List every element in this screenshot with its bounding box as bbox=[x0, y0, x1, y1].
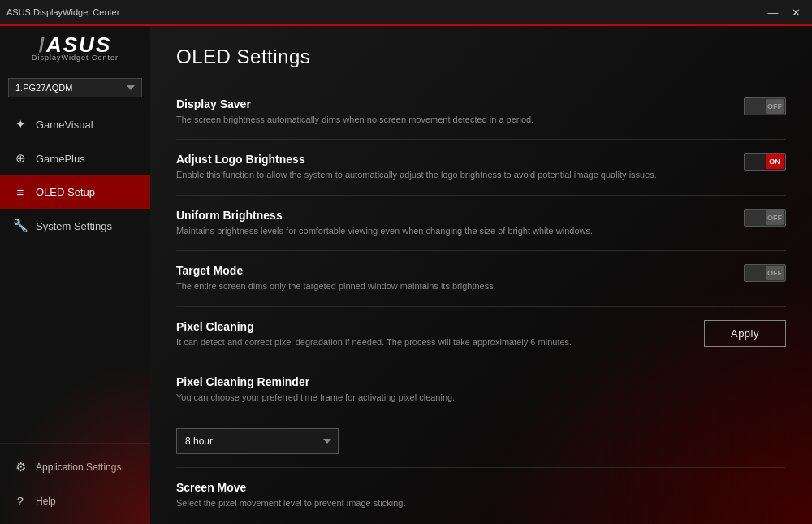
setting-screen-move: Screen Move Select the pixel movement le… bbox=[176, 468, 786, 524]
sidebar-item-gamevisual[interactable]: ✦ GameVisual bbox=[0, 107, 150, 141]
setting-uniform-brightness: Uniform Brightness Maintains brightness … bbox=[176, 196, 786, 251]
setting-desc-target: The entire screen dims only the targeted… bbox=[176, 280, 728, 292]
setting-control-display-saver: OFF bbox=[744, 97, 786, 115]
setting-info-adjust-logo: Adjust Logo Brightness Enable this funct… bbox=[176, 153, 728, 181]
setting-target-mode: Target Mode The entire screen dims only … bbox=[176, 251, 786, 306]
setting-adjust-logo-brightness: Adjust Logo Brightness Enable this funct… bbox=[176, 140, 786, 195]
setting-info-reminder: Pixel Cleaning Reminder You can choose y… bbox=[176, 375, 455, 404]
title-bar-controls: — ✕ bbox=[763, 4, 806, 20]
pixel-cleaning-reminder-dropdown[interactable]: 8 hour 12 hour 24 hour Off bbox=[176, 428, 339, 454]
setting-desc-adjust-logo: Enable this function to allow the system… bbox=[176, 169, 728, 181]
setting-control-adjust-logo: ON bbox=[744, 153, 786, 171]
setting-label-uniform: Uniform Brightness bbox=[176, 209, 728, 222]
sidebar-item-label-help: Help bbox=[36, 496, 56, 507]
sidebar-item-system-settings[interactable]: 🔧 System Settings bbox=[0, 209, 150, 243]
title-bar-left: ASUS DisplayWidget Center bbox=[6, 7, 119, 17]
toggle-thumb-on-adjust-logo: ON bbox=[766, 154, 784, 169]
setting-control-uniform: OFF bbox=[744, 209, 786, 227]
setting-label-adjust-logo: Adjust Logo Brightness bbox=[176, 153, 728, 166]
setting-info-screen-move: Screen Move Select the pixel movement le… bbox=[176, 481, 405, 509]
toggle-thumb-off-target: OFF bbox=[766, 266, 784, 280]
nav-items: ✦ GameVisual ⊕ GamePlus ≡ OLED Setup 🔧 S… bbox=[0, 107, 150, 443]
setting-desc-screen-move: Select the pixel movement level to preve… bbox=[176, 497, 405, 509]
sidebar-item-label-app-settings: Application Settings bbox=[36, 461, 121, 473]
setting-desc-uniform: Maintains brightness levels for comforta… bbox=[176, 225, 728, 237]
toggle-track-target: OFF bbox=[744, 264, 786, 282]
sidebar-item-app-settings[interactable]: ⚙ Application Settings bbox=[0, 450, 150, 484]
gamevisual-icon: ✦ bbox=[13, 117, 28, 132]
help-icon: ? bbox=[13, 494, 28, 508]
sidebar-item-label-gameplus: GamePlus bbox=[36, 153, 85, 165]
gameplus-icon: ⊕ bbox=[13, 151, 28, 166]
toggle-track-display-saver: OFF bbox=[744, 97, 786, 115]
setting-desc-display-saver: The screen brightness automatically dims… bbox=[176, 114, 728, 126]
setting-control-pixel-cleaning: Apply bbox=[704, 320, 786, 347]
setting-info-target: Target Mode The entire screen dims only … bbox=[176, 264, 728, 292]
setting-label-pixel-cleaning: Pixel Cleaning bbox=[176, 320, 688, 333]
monitor-selector[interactable]: 1.PG27AQDM bbox=[8, 78, 142, 97]
sidebar-item-oled-setup[interactable]: ≡ OLED Setup bbox=[0, 175, 150, 209]
sidebar-item-help[interactable]: ? Help bbox=[0, 484, 150, 518]
asus-logo: /ASUS bbox=[0, 34, 150, 55]
app-title: ASUS DisplayWidget Center bbox=[6, 7, 119, 17]
system-settings-icon: 🔧 bbox=[13, 219, 28, 233]
sidebar-item-gameplus[interactable]: ⊕ GamePlus bbox=[0, 141, 150, 175]
sidebar-item-label-system: System Settings bbox=[36, 220, 112, 232]
setting-desc-pixel-cleaning: It can detect and correct pixel degradat… bbox=[176, 336, 688, 349]
sidebar-item-label-gamevisual: GameVisual bbox=[36, 119, 93, 131]
setting-desc-reminder: You can choose your preferred time frame… bbox=[176, 392, 455, 404]
setting-label-screen-move: Screen Move bbox=[176, 481, 405, 494]
setting-pixel-cleaning-reminder: Pixel Cleaning Reminder You can choose y… bbox=[176, 362, 786, 468]
toggle-uniform[interactable]: OFF bbox=[744, 209, 786, 227]
minimize-button[interactable]: — bbox=[763, 4, 783, 20]
title-bar: ASUS DisplayWidget Center — ✕ bbox=[0, 0, 812, 26]
brand-subtitle: DisplayWidget Center bbox=[0, 54, 150, 62]
apply-button[interactable]: Apply bbox=[704, 320, 786, 347]
toggle-thumb-off-display-saver: OFF bbox=[766, 99, 784, 114]
toggle-track-adjust-logo: ON bbox=[744, 153, 786, 171]
setting-control-target: OFF bbox=[744, 264, 786, 282]
toggle-adjust-logo[interactable]: ON bbox=[744, 153, 786, 171]
main-content: OLED Settings Display Saver The screen b… bbox=[150, 26, 812, 524]
setting-label-reminder: Pixel Cleaning Reminder bbox=[176, 375, 455, 388]
app-settings-icon: ⚙ bbox=[13, 460, 28, 474]
setting-label-target: Target Mode bbox=[176, 264, 728, 277]
toggle-track-uniform: OFF bbox=[744, 209, 786, 227]
toggle-target[interactable]: OFF bbox=[744, 264, 786, 282]
toggle-display-saver[interactable]: OFF bbox=[744, 97, 786, 115]
setting-info-uniform: Uniform Brightness Maintains brightness … bbox=[176, 209, 728, 237]
close-button[interactable]: ✕ bbox=[786, 4, 806, 20]
sidebar-bottom: ⚙ Application Settings ? Help bbox=[0, 443, 150, 524]
sidebar: /ASUS DisplayWidget Center 1.PG27AQDM ✦ … bbox=[0, 26, 150, 524]
oled-icon: ≡ bbox=[13, 185, 28, 199]
logo-area: /ASUS DisplayWidget Center bbox=[0, 26, 150, 70]
setting-display-saver: Display Saver The screen brightness auto… bbox=[176, 84, 786, 140]
setting-pixel-cleaning: Pixel Cleaning It can detect and correct… bbox=[176, 307, 786, 362]
setting-label-display-saver: Display Saver bbox=[176, 97, 728, 110]
app-container: /ASUS DisplayWidget Center 1.PG27AQDM ✦ … bbox=[0, 26, 812, 524]
setting-info-display-saver: Display Saver The screen brightness auto… bbox=[176, 97, 728, 126]
toggle-thumb-off-uniform: OFF bbox=[766, 210, 784, 225]
sidebar-item-label-oled: OLED Setup bbox=[36, 186, 95, 198]
setting-info-pixel-cleaning: Pixel Cleaning It can detect and correct… bbox=[176, 320, 688, 349]
page-title: OLED Settings bbox=[176, 45, 786, 68]
